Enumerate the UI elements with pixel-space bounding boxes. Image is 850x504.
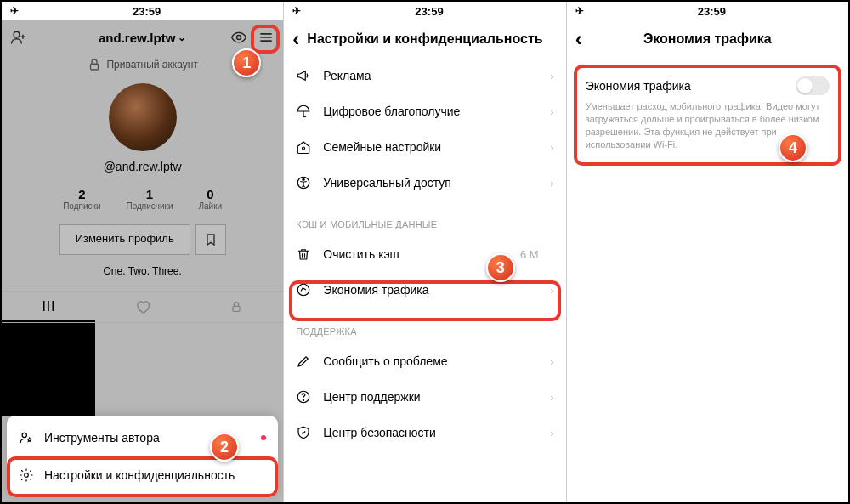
profile-menu-sheet: Инструменты автора Настройки и конфиденц… [7, 416, 278, 497]
video-thumbnail[interactable] [2, 323, 95, 416]
menu-icon[interactable] [258, 29, 275, 46]
gauge-icon [296, 282, 311, 297]
bio-text: One. Two. Three. [2, 265, 283, 277]
chevron-right-icon: › [550, 284, 553, 297]
row-label: Универсальный доступ [323, 176, 451, 190]
chevron-right-icon: › [550, 355, 553, 368]
screen-profile: ✈︎ 23:59 and.rew.lptw Приватный аккаунт [2, 2, 284, 502]
data-saver-header: Экономия трафика [567, 20, 848, 58]
airplane-icon: ✈︎ [10, 5, 19, 17]
row-safety[interactable]: Центр безопасности› [284, 415, 565, 450]
back-button[interactable] [292, 29, 299, 49]
svg-point-14 [303, 147, 305, 150]
status-time: 23:59 [415, 5, 443, 18]
row-label: Реклама [323, 69, 371, 82]
cache-size: 6 M [520, 248, 539, 261]
status-bar: ✈︎ 23:59 [2, 2, 283, 20]
row-label: Очистить кэш [323, 247, 400, 261]
row-label: Экономия трафика [323, 283, 428, 297]
row-label: Центр безопасности [323, 426, 435, 439]
svg-rect-6 [91, 64, 99, 70]
megaphone-icon [296, 68, 311, 83]
svg-point-16 [303, 178, 304, 180]
chevron-right-icon: › [550, 427, 553, 439]
status-time: 23:59 [698, 5, 726, 18]
row-help[interactable]: Центр поддержки› [284, 379, 565, 415]
back-button[interactable] [575, 29, 582, 49]
eye-icon[interactable] [230, 29, 247, 46]
screen-data-saver: ✈︎ 23:59 Экономия трафика Экономия трафи… [567, 2, 848, 502]
umbrella-icon [296, 104, 311, 119]
airplane-icon: ✈︎ [292, 5, 301, 17]
help-icon [296, 389, 311, 405]
svg-point-5 [237, 36, 241, 40]
row-report[interactable]: Сообщить о проблеме› [284, 343, 565, 379]
shield-icon [296, 425, 311, 440]
row-label: Цифровое благополучие [323, 105, 460, 118]
section-cache: КЭШ И МОБИЛЬНЫЕ ДАННЫЕ [284, 201, 565, 236]
status-bar: ✈︎ 23:59 [567, 2, 848, 20]
status-bar: ✈︎ 23:59 [284, 2, 565, 20]
svg-rect-7 [233, 306, 240, 311]
row-clear-cache[interactable]: Очистить кэш 6 M [284, 236, 565, 272]
svg-point-4 [14, 31, 20, 37]
stat-likes[interactable]: 0Лайки [199, 187, 223, 211]
sheet-item-label: Инструменты автора [44, 431, 160, 445]
settings-header: Настройки и конфиденциальность [284, 20, 565, 58]
step-badge-4: 4 [779, 133, 808, 162]
step-badge-2: 2 [210, 433, 239, 462]
avatar[interactable] [109, 83, 177, 151]
trash-icon [296, 246, 311, 262]
stat-following[interactable]: 2Подписки [63, 187, 100, 211]
notification-dot [261, 435, 266, 440]
username-dropdown[interactable]: and.rew.lptw [99, 31, 186, 45]
handle-text: @and.rew.lptw [2, 160, 283, 173]
tab-liked[interactable] [95, 292, 189, 322]
row-family[interactable]: Семейные настройки› [284, 129, 565, 165]
svg-point-9 [25, 473, 29, 478]
chevron-right-icon: › [550, 105, 553, 118]
row-label: Семейные настройки [323, 140, 441, 154]
home-icon [296, 139, 311, 155]
tab-grid[interactable] [2, 292, 95, 322]
screen-settings: ✈︎ 23:59 Настройки и конфиденциальность … [284, 2, 566, 502]
data-saver-toggle-label: Экономия трафика [586, 79, 691, 93]
tab-private[interactable] [190, 292, 283, 322]
row-label: Центр поддержки [323, 390, 420, 404]
person-star-icon [19, 430, 34, 445]
chevron-right-icon: › [550, 70, 553, 82]
row-accessibility[interactable]: Универсальный доступ› [284, 165, 565, 201]
section-support: ПОДДЕРЖКА [284, 308, 565, 343]
step-badge-3: 3 [486, 253, 515, 282]
accessibility-icon [296, 175, 311, 190]
page-title: Экономия трафика [643, 31, 772, 47]
row-data-saver[interactable]: Экономия трафика› [284, 272, 565, 308]
data-saver-toggle[interactable] [796, 76, 830, 95]
chevron-right-icon: › [550, 177, 553, 190]
row-wellbeing[interactable]: Цифровое благополучие› [284, 93, 565, 129]
bookmark-button[interactable] [196, 224, 226, 255]
stat-followers[interactable]: 1Подписчики [126, 187, 173, 211]
gear-icon [19, 467, 34, 483]
profile-tabs [2, 291, 283, 323]
add-user-icon[interactable] [10, 29, 27, 46]
svg-point-17 [298, 284, 310, 296]
edit-profile-button[interactable]: Изменить профиль [60, 224, 190, 255]
chevron-right-icon: › [550, 141, 553, 154]
sheet-settings-privacy[interactable]: Настройки и конфиденциальность [7, 456, 278, 494]
chevron-right-icon: › [550, 391, 553, 404]
svg-point-19 [303, 399, 304, 400]
pencil-icon [296, 354, 311, 369]
row-label: Сообщить о проблеме [323, 354, 447, 368]
airplane-icon: ✈︎ [575, 5, 584, 17]
chevron-down-icon [178, 31, 186, 45]
svg-point-8 [22, 433, 26, 437]
status-time: 23:59 [133, 5, 161, 18]
lock-icon [87, 57, 102, 72]
row-ads[interactable]: Реклама› [284, 58, 565, 93]
page-title: Настройки и конфиденциальность [307, 31, 542, 47]
sheet-item-label: Настройки и конфиденциальность [44, 468, 235, 482]
